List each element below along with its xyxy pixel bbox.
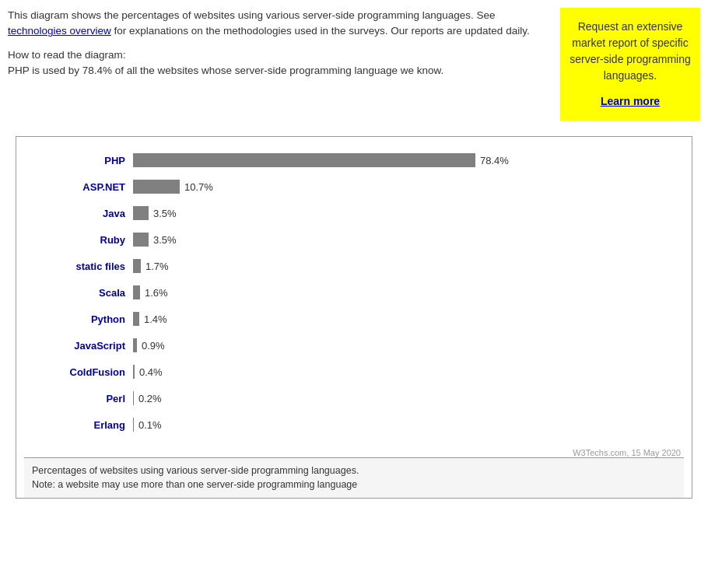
- bar: [133, 418, 134, 432]
- intro-text-before-link: This diagram shows the percentages of we…: [8, 9, 496, 21]
- bar-percentage: 0.1%: [138, 419, 162, 431]
- ad-text: Request an extensive market report of sp…: [570, 20, 691, 82]
- table-row: Scala1.6%: [24, 283, 684, 302]
- bar-wrap: 0.4%: [133, 365, 684, 379]
- bar-wrap: 10.7%: [133, 180, 684, 194]
- bar-label: Python: [24, 313, 133, 325]
- bar: [133, 233, 149, 247]
- bar: [133, 312, 139, 326]
- bar-wrap: 78.4%: [133, 153, 684, 167]
- note-line1: Percentages of websites using various se…: [32, 465, 359, 476]
- bar-percentage: 0.2%: [138, 393, 162, 404]
- bar-label: Erlang: [24, 419, 133, 431]
- chart-note: Percentages of websites using various se…: [24, 457, 684, 498]
- bar-percentage: 1.6%: [145, 287, 168, 299]
- table-row: Ruby3.5%: [24, 230, 684, 249]
- bar-percentage: 3.5%: [153, 234, 177, 246]
- table-row: Java3.5%: [24, 204, 684, 222]
- bar: [133, 338, 137, 352]
- bar-label: PHP: [24, 155, 133, 166]
- bar: [133, 365, 135, 379]
- bar-wrap: 0.9%: [133, 338, 684, 352]
- bar-wrap: 0.1%: [133, 418, 684, 432]
- bar-percentage: 3.5%: [153, 208, 177, 219]
- watermark: W3Techs.com, 15 May 2020: [24, 448, 684, 457]
- bar-label: Java: [24, 208, 133, 219]
- bar-wrap: 1.7%: [133, 259, 684, 273]
- bar: [133, 180, 180, 194]
- bar-percentage: 78.4%: [480, 155, 509, 166]
- chart-container: PHP78.4%ASP.NET10.7%Java3.5%Ruby3.5%stat…: [16, 136, 692, 499]
- chart-area: PHP78.4%ASP.NET10.7%Java3.5%Ruby3.5%stat…: [24, 145, 684, 448]
- learn-more-link[interactable]: Learn more: [570, 93, 691, 110]
- how-to-paragraph: How to read the diagram: PHP is used by …: [8, 47, 545, 79]
- bar-label: Ruby: [24, 234, 133, 246]
- bar-wrap: 1.6%: [133, 285, 684, 299]
- bar-label: ASP.NET: [24, 181, 133, 193]
- bar: [133, 206, 149, 220]
- table-row: ASP.NET10.7%: [24, 177, 684, 196]
- bar-percentage: 1.7%: [145, 261, 169, 272]
- bar: [133, 153, 475, 167]
- bar: [133, 259, 141, 273]
- how-to-heading: How to read the diagram:: [8, 49, 126, 61]
- bar-percentage: 1.4%: [144, 313, 167, 325]
- table-row: Python1.4%: [24, 310, 684, 328]
- bar-wrap: 0.2%: [133, 391, 684, 405]
- technologies-overview-link[interactable]: technologies overview: [8, 25, 111, 37]
- bar-wrap: 3.5%: [133, 206, 684, 220]
- intro-paragraph: This diagram shows the percentages of we…: [8, 8, 545, 40]
- bar-label: JavaScript: [24, 340, 133, 352]
- bar-wrap: 1.4%: [133, 312, 684, 326]
- bar: [133, 391, 134, 405]
- top-section: This diagram shows the percentages of we…: [8, 8, 700, 121]
- table-row: PHP78.4%: [24, 151, 684, 170]
- table-row: static files1.7%: [24, 257, 684, 275]
- intro-text-after-link: for explanations on the methodologies us…: [111, 25, 530, 37]
- bar-percentage: 0.9%: [142, 340, 165, 352]
- description-block: This diagram shows the percentages of we…: [8, 8, 545, 121]
- bar-label: ColdFusion: [24, 366, 133, 378]
- bar-label: Perl: [24, 393, 133, 404]
- table-row: Erlang0.1%: [24, 415, 684, 434]
- ad-box: Request an extensive market report of sp…: [560, 8, 700, 121]
- table-row: JavaScript0.9%: [24, 336, 684, 355]
- bar-percentage: 10.7%: [184, 181, 213, 193]
- bar-label: static files: [24, 261, 133, 272]
- table-row: ColdFusion0.4%: [24, 362, 684, 381]
- example-text: PHP is used by 78.4% of all the websites…: [8, 65, 443, 76]
- table-row: Perl0.2%: [24, 389, 684, 408]
- bar-wrap: 3.5%: [133, 233, 684, 247]
- bar-percentage: 0.4%: [139, 366, 163, 378]
- note-line2: Note: a website may use more than one se…: [32, 479, 357, 490]
- bar-label: Scala: [24, 287, 133, 299]
- bar: [133, 285, 140, 299]
